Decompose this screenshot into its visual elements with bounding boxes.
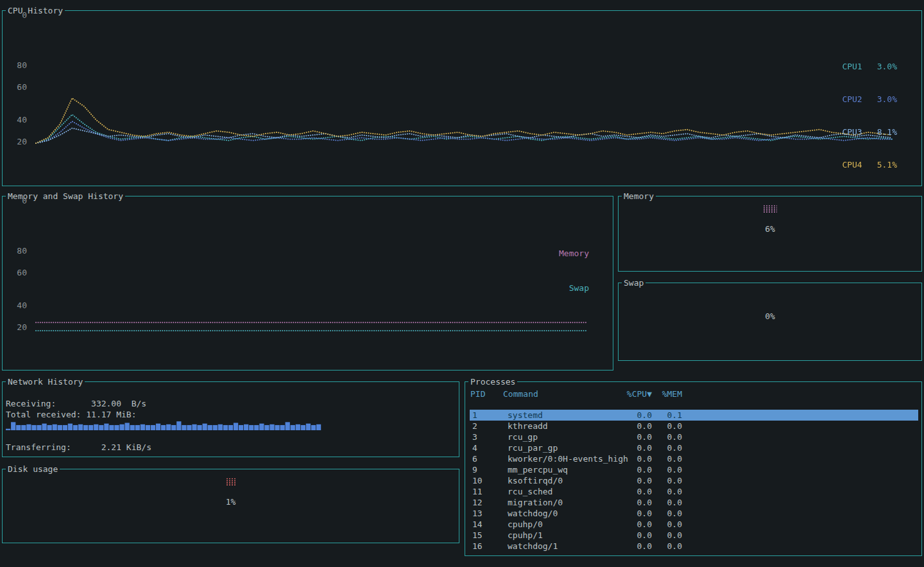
cell-mem: 0.0 bbox=[650, 508, 682, 519]
table-row[interactable]: 1systemd0.00.1 bbox=[470, 410, 918, 421]
cell-command: cpuhp/1 bbox=[508, 530, 543, 541]
cell-mem: 0.0 bbox=[650, 464, 682, 475]
network-history-panel: Network History Receiving: 332.00 B/s To… bbox=[2, 381, 459, 457]
cell-mem: 0.0 bbox=[650, 442, 682, 453]
cell-command: systemd bbox=[508, 410, 543, 421]
cell-mem: 0.0 bbox=[650, 432, 682, 442]
cell-command: cpuhp/0 bbox=[508, 519, 543, 530]
swap-gauge-panel: Swap 0% bbox=[618, 283, 922, 361]
y-axis-tick: 80 bbox=[10, 61, 27, 69]
legend-row: CPU45.1% bbox=[842, 159, 897, 170]
table-row[interactable]: 3rcu_gp0.00.0 bbox=[470, 432, 918, 442]
cell-mem: 0.0 bbox=[650, 530, 682, 541]
cell-cpu: 0.0 bbox=[619, 508, 652, 519]
table-row[interactable]: 16watchdog/10.00.0 bbox=[470, 541, 918, 552]
receiving-line: Receiving: 332.00 B/s bbox=[6, 399, 146, 408]
cell-pid: 14 bbox=[472, 519, 483, 530]
table-row[interactable]: 4rcu_par_gp0.00.0 bbox=[470, 442, 918, 453]
cell-pid: 12 bbox=[472, 497, 483, 508]
cell-cpu: 0.0 bbox=[619, 519, 652, 530]
cell-cpu: 0.0 bbox=[619, 486, 652, 497]
transferring-line: Transferring: 2.21 KiB/s bbox=[6, 443, 151, 452]
processes-panel: Processes PID Command %CPU▼ %MEM 1system… bbox=[465, 381, 922, 556]
memory-swap-history-panel: Memory and Swap History 80 60 40 20 0 Me… bbox=[2, 196, 613, 371]
y-axis-tick: 80 bbox=[10, 247, 27, 255]
cell-mem: 0.0 bbox=[650, 475, 682, 486]
table-row[interactable]: 10ksoftirqd/00.00.0 bbox=[470, 475, 918, 486]
panel-title: Disk usage bbox=[6, 464, 60, 474]
memory-gauge-panel: Memory 6% bbox=[618, 196, 922, 272]
y-axis-tick: 40 bbox=[10, 116, 27, 124]
column-header-command[interactable]: Command bbox=[503, 388, 538, 399]
y-axis-tick: 60 bbox=[10, 268, 27, 277]
cell-cpu: 0.0 bbox=[619, 541, 652, 552]
y-axis-tick: 20 bbox=[10, 137, 27, 146]
y-axis-tick: 40 bbox=[10, 301, 27, 310]
cell-pid: 3 bbox=[472, 432, 477, 442]
cell-cpu: 0.0 bbox=[619, 475, 652, 486]
total-received-line: Total received: 11.17 MiB: bbox=[6, 410, 137, 419]
disk-usage-panel: Disk usage 1% bbox=[2, 469, 459, 543]
legend-row: Swap bbox=[559, 283, 589, 294]
cell-command: watchdog/1 bbox=[508, 541, 558, 552]
cell-pid: 9 bbox=[472, 464, 477, 475]
cell-cpu: 0.0 bbox=[619, 453, 652, 464]
cell-pid: 1 bbox=[472, 410, 477, 421]
cell-cpu: 0.0 bbox=[619, 464, 652, 475]
panel-title: Swap bbox=[622, 278, 646, 288]
cpu-legend: CPU13.0% CPU23.0% CPU38.1% CPU45.1% bbox=[842, 39, 897, 192]
disk-gauge-dots bbox=[226, 478, 236, 485]
legend-row: Memory bbox=[559, 248, 589, 259]
network-sparkline bbox=[6, 420, 321, 430]
panel-title: Memory bbox=[622, 191, 656, 201]
table-row[interactable]: 14cpuhp/00.00.0 bbox=[470, 519, 918, 530]
legend-row: CPU38.1% bbox=[842, 126, 897, 137]
cell-mem: 0.0 bbox=[650, 486, 682, 497]
cpu-history-panel: CPU History 80 60 40 20 0 CPU13.0% CPU23… bbox=[2, 10, 922, 186]
table-row[interactable]: 15cpuhp/10.00.0 bbox=[470, 530, 918, 541]
table-row[interactable]: 11rcu_sched0.00.0 bbox=[470, 486, 918, 497]
cell-cpu: 0.0 bbox=[619, 497, 652, 508]
cell-command: migration/0 bbox=[508, 497, 563, 508]
y-axis-tick: 0 bbox=[10, 11, 27, 19]
cell-command: rcu_gp bbox=[508, 432, 538, 442]
memory-swap-chart bbox=[35, 318, 588, 335]
column-header-mem[interactable]: %MEM bbox=[650, 388, 682, 399]
cell-pid: 10 bbox=[472, 475, 483, 486]
legend-row: CPU13.0% bbox=[842, 61, 897, 72]
y-axis-tick: 20 bbox=[10, 323, 27, 331]
cell-pid: 6 bbox=[472, 453, 477, 464]
disk-percent: 1% bbox=[3, 498, 459, 507]
cell-mem: 0.0 bbox=[650, 453, 682, 464]
memory-gauge-dots bbox=[763, 205, 777, 213]
cell-pid: 13 bbox=[472, 508, 483, 519]
cell-pid: 4 bbox=[472, 442, 477, 453]
process-rows: 1systemd0.00.12kthreadd0.00.03rcu_gp0.00… bbox=[470, 410, 918, 552]
cpu-history-chart bbox=[35, 24, 893, 147]
cell-pid: 11 bbox=[472, 486, 483, 497]
cell-cpu: 0.0 bbox=[619, 421, 652, 432]
panel-title: Network History bbox=[6, 377, 85, 387]
table-row[interactable]: 12migration/00.00.0 bbox=[470, 497, 918, 508]
cell-cpu: 0.0 bbox=[619, 442, 652, 453]
cell-pid: 2 bbox=[472, 421, 477, 432]
cell-command: kworker/0:0H-events_high bbox=[508, 453, 628, 464]
cell-command: rcu_par_gp bbox=[508, 442, 558, 453]
memory-percent: 6% bbox=[619, 225, 921, 234]
cell-cpu: 0.0 bbox=[619, 410, 652, 421]
panel-title: Processes bbox=[468, 377, 517, 387]
swap-percent: 0% bbox=[619, 312, 921, 321]
table-row[interactable]: 6kworker/0:0H-events_high0.00.0 bbox=[470, 453, 918, 464]
cell-mem: 0.0 bbox=[650, 541, 682, 552]
table-row[interactable]: 9mm_percpu_wq0.00.0 bbox=[470, 464, 918, 475]
cell-command: rcu_sched bbox=[508, 486, 552, 497]
table-row[interactable]: 2kthreadd0.00.0 bbox=[470, 421, 918, 432]
table-row[interactable]: 13watchdog/00.00.0 bbox=[470, 508, 918, 519]
cell-command: watchdog/0 bbox=[508, 508, 558, 519]
column-header-cpu[interactable]: %CPU▼ bbox=[619, 388, 652, 399]
column-header-pid[interactable]: PID bbox=[470, 388, 485, 399]
cell-mem: 0.0 bbox=[650, 519, 682, 530]
memory-swap-legend: Memory Swap bbox=[559, 225, 589, 317]
cell-cpu: 0.0 bbox=[619, 432, 652, 442]
cell-mem: 0.1 bbox=[650, 410, 682, 421]
